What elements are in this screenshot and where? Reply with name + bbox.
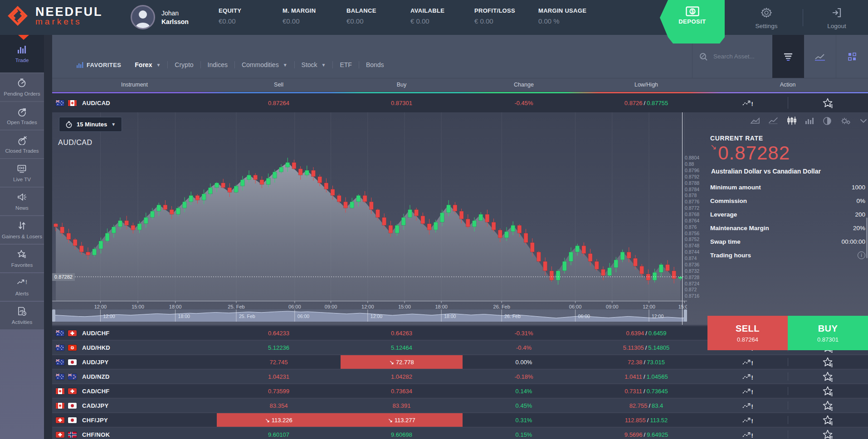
grid-view-button[interactable] [836,35,868,78]
svg-text:06:00: 06:00 [297,314,309,319]
sidebar-item-news[interactable]: News [0,188,44,215]
column-header-action[interactable]: Action [707,78,868,91]
candlestick-chart[interactable]: 12:0015:0018:0025. Feb06:0009:0012:0015:… [52,112,687,325]
buy-price[interactable]: 1.04282 [341,370,463,383]
instrument-cell[interactable]: AUD/CAD [52,93,217,112]
deposit-button[interactable]: $ DEPOSIT [660,0,725,43]
sell-price[interactable]: ↘ 113.226 [217,413,341,427]
tab-commodities[interactable]: Commodities▼ [235,61,294,68]
price-alert-button[interactable]: ! [707,402,788,410]
clock-icon [65,121,73,128]
add-favorite-button[interactable] [788,357,868,367]
price-alert-button[interactable]: ! [707,358,788,366]
tab-favorites[interactable]: FAVORITES [69,62,128,68]
buy-price[interactable]: 5.12464 [341,341,463,354]
buy-price[interactable]: 0.87301 [341,93,463,112]
instrument-row-cad-chf[interactable]: CAD/CHF0.735990.736340.14% 0.7311/0.7364… [52,384,868,398]
tab-indices[interactable]: Indices [201,61,234,68]
price-alert-button[interactable]: ! [707,416,788,424]
price-alert-button[interactable]: ! [707,387,788,395]
action-cell: ! [707,428,868,439]
instrument-cell[interactable]: CHF/NOK [52,428,217,439]
instrument-cell[interactable]: AUD/NZD [52,370,217,383]
sell-price[interactable]: 5.12236 [217,341,341,354]
price-alert-button[interactable]: ! [707,373,788,381]
info-icon[interactable]: i [858,251,865,259]
avatar[interactable] [131,5,155,29]
sell-price[interactable]: 72.745 [217,355,341,369]
sell-price[interactable]: 0.73599 [217,384,341,398]
instrument-row-chf-nok[interactable]: CHF/NOK9.601079.606980.15% 9.5696/9.6492… [52,428,868,439]
instrument-row-aud-jpy[interactable]: AUD/JPY72.745 ↘ 72.7780.00% 72.38/73.015… [52,355,868,369]
price-alert-button[interactable]: ! [707,431,788,439]
sidebar-item-gainers-losers[interactable]: Gainers & Losers [0,216,44,244]
column-header-instrument[interactable]: Instrument [52,78,217,91]
instrument-cell[interactable]: AUD/CHF [52,326,217,340]
add-favorite-button[interactable] [788,386,868,396]
column-header-sell[interactable]: Sell [217,78,341,91]
sidebar-item-activities[interactable]: Activities [0,302,44,329]
instrument-cell[interactable]: CAD/JPY [52,399,217,412]
svg-text:12:00: 12:00 [643,304,655,309]
user-first-name: Johan [161,9,189,18]
brand-logo[interactable]: NEEDFUL markets [6,5,103,27]
banknote-icon: $ [686,6,699,16]
add-favorite-button[interactable] [788,400,868,411]
instrument-cell[interactable]: CAD/CHF [52,384,217,398]
logout-button[interactable]: Logout [816,7,857,29]
sidebar-item-closed-trades[interactable]: Closed Trades [0,130,44,158]
sell-price[interactable]: 9.60107 [217,428,341,439]
sidebar-item-open-trades[interactable]: Open Trades [0,102,44,130]
tab-forex[interactable]: Forex▼ [128,61,167,68]
sidebar-item-trade[interactable]: Trade [0,35,44,72]
sell-price[interactable]: 83.354 [217,399,341,412]
buy-price[interactable]: ↘ 113.277 [341,413,463,427]
sell-button[interactable]: SELL 0.87264 [707,316,788,350]
column-header-low-high[interactable]: Low/High [585,78,707,91]
buy-price[interactable]: 83.391 [341,399,463,412]
tab-stock[interactable]: Stock▼ [295,61,333,68]
price-alert-button[interactable]: ! [707,99,788,107]
tab-bonds[interactable]: Bonds [359,61,391,68]
buy-price[interactable]: 0.64263 [341,326,463,340]
sidebar-item-favorites[interactable]: Favorites [0,245,44,272]
sidebar-item-pending-orders[interactable]: Pending Orders [0,73,44,101]
sell-price[interactable]: 0.87264 [217,93,341,112]
settings-button[interactable]: Settings [746,7,787,29]
instrument-row-chf-jpy[interactable]: CHF/JPY ↘ 113.226 ↘ 113.2770.31% 112.855… [52,413,868,427]
instrument-cell[interactable]: AUD/JPY [52,355,217,369]
instrument-row-cad-jpy[interactable]: CAD/JPY83.35483.3910.45% 82.755/83.4 ! [52,399,868,412]
column-header-buy[interactable]: Buy [341,78,463,91]
tab-crypto[interactable]: Crypto [168,61,200,68]
timeframe-dropdown[interactable]: 15 Minutes ▼ [59,117,122,132]
buy-button[interactable]: BUY 0.87301 [788,316,868,350]
instrument-cell[interactable]: AUD/HKD [52,341,217,354]
change-value: 0.14% [463,384,585,398]
add-favorite-star-icon [822,415,834,425]
sidebar-item-alerts[interactable]: ! Alerts [0,273,44,301]
list-view-button[interactable] [772,35,804,78]
tab-etf[interactable]: ETF [333,61,358,68]
add-favorite-button[interactable] [788,415,868,425]
add-favorite-star-icon [822,400,834,411]
add-favorite-button[interactable] [788,98,868,108]
instrument-row-audcad[interactable]: AUD/CAD0.872640.87301-0.45% 0.8726/0.877… [52,93,868,112]
search-input[interactable] [712,53,766,60]
buy-price[interactable]: 0.73634 [341,384,463,398]
chart-view-button[interactable] [804,35,836,78]
instrument-cell[interactable]: CHF/JPY [52,413,217,427]
sidebar-item-live-tv[interactable]: Live TV [0,159,44,187]
add-favorite-button[interactable] [788,371,868,382]
price-tick: 0.874 [685,256,697,261]
column-header-change[interactable]: Change [463,78,585,91]
price-alert-icon: ! [742,358,753,366]
price-alert-icon: ! [742,431,753,439]
scrollbar-thumb[interactable] [866,217,868,258]
buy-price[interactable]: ↘ 72.778 [341,355,463,369]
add-favorite-button[interactable] [788,429,868,439]
sell-price[interactable]: 0.64233 [217,326,341,340]
sell-price[interactable]: 1.04231 [217,370,341,383]
svg-text:18:00: 18:00 [444,314,456,319]
buy-price[interactable]: 9.60698 [341,428,463,439]
instrument-row-aud-nzd[interactable]: AUD/NZD1.042311.04282-0.18% 1.0411/1.045… [52,370,868,383]
